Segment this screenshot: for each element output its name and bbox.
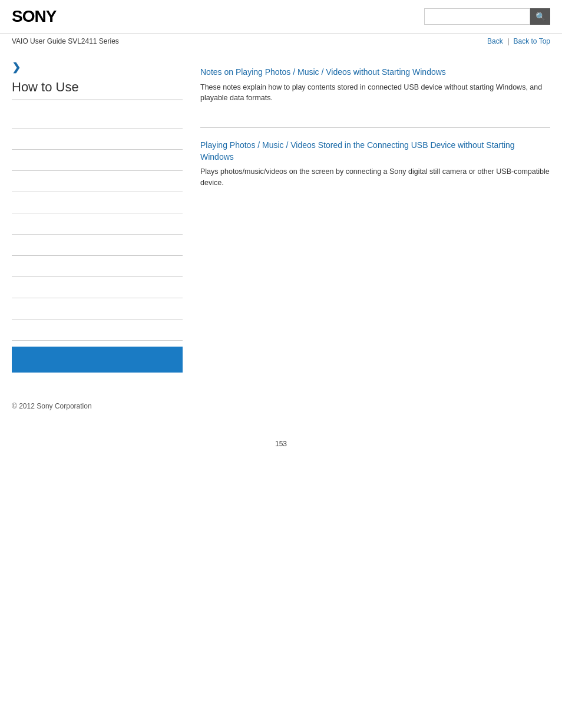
content-area: Notes on Playing Photos / Music / Videos…: [200, 55, 550, 378]
back-link[interactable]: Back: [487, 37, 503, 45]
list-item: [12, 107, 183, 129]
search-input[interactable]: [424, 8, 530, 25]
list-item: [12, 277, 183, 298]
sidebar-blue-bar: [12, 347, 183, 373]
list-item: [12, 235, 183, 256]
search-area: 🔍: [424, 8, 550, 25]
footer: © 2012 Sony Corporation: [0, 390, 562, 422]
sub-header: VAIO User Guide SVL2411 Series Back | Ba…: [0, 34, 562, 49]
separator: |: [507, 37, 509, 45]
article-section-2: Playing Photos / Music / Videos Stored i…: [200, 140, 550, 212]
list-item: [12, 213, 183, 235]
list-item: [12, 192, 183, 213]
back-to-top-link[interactable]: Back to Top: [514, 37, 550, 45]
sidebar: ❯ How to Use: [12, 55, 183, 378]
sidebar-title: How to Use: [12, 80, 183, 100]
list-item: [12, 171, 183, 192]
header: SONY 🔍: [0, 0, 562, 34]
search-button[interactable]: 🔍: [530, 8, 550, 25]
sidebar-links: [12, 107, 183, 341]
nav-links: Back | Back to Top: [487, 37, 550, 45]
sidebar-arrow[interactable]: ❯: [12, 61, 183, 74]
search-icon: 🔍: [535, 12, 546, 21]
page-number: 153: [0, 440, 562, 460]
main-content: ❯ How to Use Notes on Playing Photos / M…: [0, 49, 562, 390]
article-link-2[interactable]: Playing Photos / Music / Videos Stored i…: [200, 140, 550, 163]
list-item: [12, 298, 183, 319]
list-item: [12, 150, 183, 171]
article-link-1[interactable]: Notes on Playing Photos / Music / Videos…: [200, 67, 550, 78]
guide-title: VAIO User Guide SVL2411 Series: [12, 37, 119, 45]
list-item: [12, 129, 183, 150]
copyright: © 2012 Sony Corporation: [12, 402, 92, 410]
list-item: [12, 319, 183, 341]
article-desc-1: These notes explain how to play contents…: [200, 82, 550, 104]
article-desc-2: Plays photos/music/videos on the screen …: [200, 166, 550, 189]
sony-logo: SONY: [12, 7, 56, 26]
list-item: [12, 256, 183, 277]
article-section-1: Notes on Playing Photos / Music / Videos…: [200, 67, 550, 128]
